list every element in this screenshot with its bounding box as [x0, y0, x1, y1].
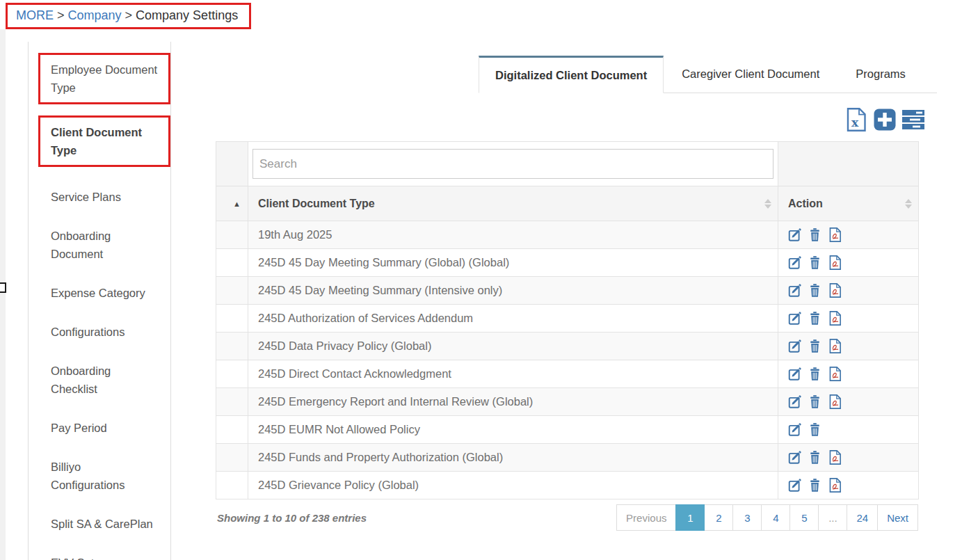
- previous-button[interactable]: Previous: [616, 504, 676, 531]
- table-header-row: ▲ Client Document Type Action: [216, 186, 919, 221]
- pdf-icon[interactable]: [828, 394, 842, 410]
- pdf-icon[interactable]: [828, 255, 842, 271]
- delete-icon[interactable]: [808, 283, 821, 298]
- pdf-icon[interactable]: [828, 366, 842, 382]
- document-type-cell: 245D Emergency Report and Internal Revie…: [248, 388, 778, 416]
- pdf-icon[interactable]: [828, 338, 842, 354]
- column-header-label: Action: [788, 198, 823, 209]
- page-4-button[interactable]: 4: [761, 504, 790, 531]
- page-5-button[interactable]: 5: [789, 504, 819, 531]
- breadcrumb-item-company-settings: Company Settings: [136, 8, 238, 22]
- row-actions-cell: [778, 221, 919, 249]
- delete-icon[interactable]: [808, 367, 821, 381]
- delete-icon[interactable]: [808, 478, 821, 493]
- page-3-button[interactable]: 3: [732, 504, 762, 531]
- sidebar-item-client-document-type[interactable]: Client Document Type: [38, 115, 170, 167]
- pdf-icon[interactable]: [828, 282, 842, 298]
- edit-icon[interactable]: [787, 422, 802, 437]
- edit-icon[interactable]: [787, 394, 802, 409]
- row-index-cell: [216, 360, 248, 388]
- sidebar-item-expense-category[interactable]: Expense Category: [51, 284, 155, 302]
- breadcrumb-item-company[interactable]: Company: [68, 8, 122, 22]
- list-view-icon[interactable]: [901, 107, 926, 132]
- edit-icon[interactable]: [787, 339, 802, 353]
- edit-icon[interactable]: [787, 478, 802, 493]
- tab-programs[interactable]: Programs: [837, 56, 924, 93]
- entries-summary: Showing 1 to 10 of 238 entries: [217, 512, 367, 524]
- sidebar-item-billiyo-configurations[interactable]: Billiyo Configurations: [51, 458, 155, 494]
- table-search-row: [216, 142, 919, 186]
- pagination: Previous12345...24Next: [617, 504, 918, 531]
- sidebar-item-configurations[interactable]: Configurations: [51, 323, 155, 341]
- document-type-cell: 245D Authorization of Services Addendum: [248, 305, 778, 333]
- row-actions-cell: [778, 416, 919, 444]
- edit-icon[interactable]: [787, 283, 802, 298]
- row-actions-cell: [778, 305, 919, 333]
- column-header-action[interactable]: Action: [778, 186, 919, 221]
- sidebar-item-onboarding-checklist[interactable]: Onboarding Checklist: [51, 362, 155, 398]
- page-2-button[interactable]: 2: [704, 504, 733, 531]
- pdf-icon[interactable]: [828, 227, 842, 243]
- search-input[interactable]: [252, 149, 773, 179]
- sort-ascending-icon: ▲: [226, 200, 248, 208]
- excel-export-icon[interactable]: x: [844, 107, 869, 132]
- row-actions-cell: [778, 360, 919, 388]
- table-row: 245D Data Privacy Policy (Global): [216, 333, 919, 360]
- sidebar-item-evv-setup[interactable]: EVV Setup: [51, 554, 155, 560]
- row-actions-cell: [778, 472, 919, 499]
- table-row: 245D Emergency Report and Internal Revie…: [216, 388, 919, 416]
- column-header-label: Client Document Type: [258, 198, 375, 209]
- pdf-icon[interactable]: [828, 449, 842, 465]
- breadcrumb-item-more[interactable]: MORE: [16, 8, 54, 22]
- document-type-cell: 245D Direct Contact Acknowledgment: [248, 360, 778, 388]
- sidebar-item-pay-period[interactable]: Pay Period: [51, 419, 155, 437]
- sidebar-item-service-plans[interactable]: Service Plans: [51, 188, 155, 206]
- row-index-cell: [216, 472, 248, 499]
- breadcrumb-separator: >: [54, 8, 68, 22]
- sidebar-item-employee-document-type[interactable]: Employee Document Type: [38, 53, 170, 104]
- delete-icon[interactable]: [808, 227, 821, 242]
- sidebar: Employee Document TypeClient Document Ty…: [28, 42, 171, 560]
- edit-icon[interactable]: [787, 227, 802, 242]
- table-row: 245D Funds and Property Authorization (G…: [216, 444, 919, 472]
- add-icon[interactable]: [872, 107, 897, 132]
- toolbar: x: [844, 107, 926, 132]
- delete-icon[interactable]: [808, 394, 821, 409]
- row-index-cell: [216, 416, 248, 444]
- row-index-cell: [216, 333, 248, 360]
- row-actions-cell: [778, 444, 919, 472]
- sidebar-item-split-sa-careplan[interactable]: Split SA & CarePlan: [51, 515, 155, 533]
- pdf-icon[interactable]: [828, 477, 842, 493]
- edit-icon[interactable]: [787, 450, 802, 465]
- tab-bar: Digitalized Client DocumentCaregiver Cli…: [479, 56, 937, 93]
- next-button[interactable]: Next: [877, 504, 918, 531]
- edit-icon[interactable]: [787, 311, 802, 326]
- breadcrumb-separator: >: [122, 8, 136, 22]
- page-24-button[interactable]: 24: [847, 504, 878, 531]
- row-index-cell: [216, 249, 248, 277]
- search-cell: [248, 142, 778, 186]
- delete-icon[interactable]: [808, 339, 821, 353]
- delete-icon[interactable]: [808, 255, 821, 270]
- pagination-ellipsis[interactable]: ...: [818, 504, 847, 531]
- tab-caregiver-client-document[interactable]: Caregiver Client Document: [664, 56, 837, 93]
- sort-both-icon: [905, 199, 912, 209]
- edit-icon[interactable]: [787, 367, 802, 381]
- breadcrumb: MORE > Company > Company Settings: [6, 3, 251, 29]
- pdf-icon[interactable]: [828, 310, 842, 326]
- sidebar-item-onboarding-document[interactable]: Onboarding Document: [51, 227, 155, 263]
- row-actions-cell: [778, 388, 919, 416]
- edge-artifact: [0, 282, 6, 293]
- delete-icon[interactable]: [808, 311, 821, 326]
- svg-text:x: x: [851, 115, 859, 129]
- sort-column-header[interactable]: ▲: [216, 186, 248, 221]
- delete-icon[interactable]: [808, 422, 821, 437]
- delete-icon[interactable]: [808, 450, 821, 465]
- tab-digitalized-client-document[interactable]: Digitalized Client Document: [479, 56, 664, 93]
- document-type-cell: 245D Funds and Property Authorization (G…: [248, 444, 778, 472]
- row-index-cell: [216, 305, 248, 333]
- row-actions-cell: [778, 333, 919, 360]
- column-header-client-document-type[interactable]: Client Document Type: [248, 186, 778, 221]
- page-1-button[interactable]: 1: [675, 504, 705, 531]
- edit-icon[interactable]: [787, 255, 802, 270]
